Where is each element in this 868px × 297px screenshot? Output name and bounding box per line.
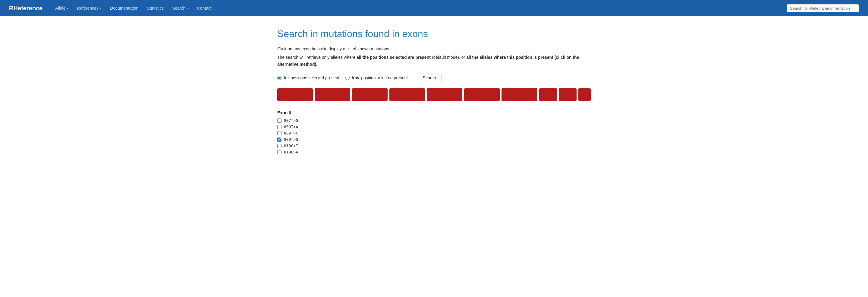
radio-any-suffix: position selected present [361, 76, 408, 80]
mutation-item: 809T>C [277, 131, 591, 136]
radio-all-suffix: positions selected present [290, 76, 339, 80]
nav-search-label: Search [172, 6, 185, 10]
desc2-bold1: all the positions selected are present [356, 55, 431, 60]
mutation-item: 818C>T [277, 144, 591, 148]
exon-section: Exon 6 807T>G809T>A809T>C809T>G818C>T818… [277, 110, 591, 154]
nav-documentation[interactable]: Documentation [106, 4, 142, 12]
radio-all-label[interactable]: All positions selected present [277, 76, 339, 80]
nav-search[interactable]: Search ▾ [168, 4, 192, 12]
mutation-checkbox[interactable] [277, 138, 281, 142]
exon-buttons-row [277, 88, 591, 101]
navbar: RHeference Allele ▾ References ▾ Documen… [0, 0, 868, 16]
brand-logo: RHeference [9, 5, 42, 12]
search-dropdown-icon: ▾ [187, 7, 189, 10]
radio-any-bold: Any [351, 76, 359, 80]
mutation-label: 809T>G [284, 137, 298, 142]
exon-btn-4[interactable] [390, 88, 425, 101]
radio-all-bold: All [283, 76, 289, 80]
desc2-plain-start: The search will retrieve only alleles wh… [277, 55, 356, 60]
mutation-checkbox[interactable] [277, 150, 281, 154]
page-title: Search in mutations found in exons [277, 28, 591, 39]
exon-btn-1[interactable] [277, 88, 313, 101]
exon-btn-3[interactable] [352, 88, 388, 101]
nav-contact[interactable]: Contact [193, 4, 215, 12]
mutation-checkbox[interactable] [277, 144, 281, 148]
mutation-checkbox[interactable] [277, 131, 281, 136]
exon-btn-7[interactable] [501, 88, 537, 101]
mutation-label: 809T>C [284, 131, 298, 136]
mutation-item: 818C>A [277, 150, 591, 154]
desc2-plain-mid: (default mode), or [431, 55, 466, 60]
nav-allele-label: Allele [55, 6, 65, 10]
options-row: All positions selected present Any posit… [277, 73, 591, 82]
mutation-label: 809T>A [284, 124, 298, 129]
radio-any-input[interactable] [345, 76, 350, 80]
nav-statistics-label: Statistics [147, 6, 164, 10]
radio-group: All positions selected present Any posit… [277, 76, 408, 80]
mutation-item: 807T>G [277, 118, 591, 123]
radio-any-label[interactable]: Any position selected present [345, 76, 408, 80]
exon-btn-8[interactable] [539, 88, 557, 101]
mutation-label: 807T>G [284, 118, 298, 123]
exon-btn-6[interactable] [464, 88, 500, 101]
nav-documentation-label: Documentation [110, 6, 138, 10]
exon-btn-9[interactable] [559, 88, 577, 101]
nav-contact-label: Contact [197, 6, 212, 10]
description-line2: The search will retrieve only alleles wh… [277, 54, 591, 67]
description-line1: Click on any exon below to display a lis… [277, 46, 591, 52]
main-content: Search in mutations found in exons Click… [268, 16, 600, 173]
mutation-item: 809T>G [277, 137, 591, 142]
global-search-input[interactable] [786, 4, 859, 12]
mutation-item: 809T>A [277, 124, 591, 129]
nav-allele[interactable]: Allele ▾ [52, 4, 72, 12]
nav-items: Allele ▾ References ▾ Documentation Stat… [52, 4, 786, 12]
mutation-checkbox[interactable] [277, 125, 281, 129]
exon-btn-10[interactable] [578, 88, 591, 101]
references-dropdown-icon: ▾ [100, 7, 101, 10]
exon-btn-5[interactable] [427, 88, 462, 101]
exon-heading: Exon 6 [277, 110, 591, 115]
radio-all-input[interactable] [277, 76, 281, 80]
nav-references-label: References [77, 6, 98, 10]
exon-btn-2[interactable] [315, 88, 350, 101]
mutation-label: 818C>A [284, 150, 298, 154]
mutation-checkbox[interactable] [277, 119, 281, 123]
search-button[interactable]: Search [417, 73, 441, 82]
mutation-list: 807T>G809T>A809T>C809T>G818C>T818C>A [277, 118, 591, 154]
nav-statistics[interactable]: Statistics [143, 4, 167, 12]
mutation-label: 818C>T [284, 144, 298, 148]
nav-references[interactable]: References ▾ [73, 4, 105, 12]
allele-dropdown-icon: ▾ [67, 7, 68, 10]
